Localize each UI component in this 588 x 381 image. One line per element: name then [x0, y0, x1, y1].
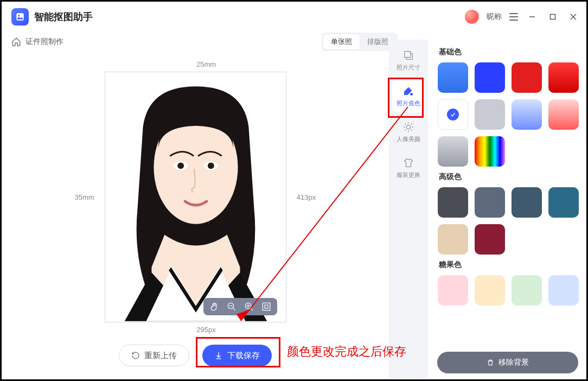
group-senior-title: 高级色	[439, 172, 580, 182]
app-title: 智能抠图助手	[34, 10, 93, 23]
tool-beauty-label: 人像美颜	[397, 135, 420, 143]
svg-line-13	[233, 308, 235, 310]
avatar[interactable]	[465, 10, 479, 24]
swatch-basic-0[interactable]	[438, 62, 468, 93]
svg-point-1	[18, 15, 20, 16]
swatch-senior-3[interactable]	[548, 187, 579, 218]
swatch-senior-2[interactable]	[512, 187, 542, 218]
swatch-senior-5[interactable]	[475, 224, 505, 255]
hand-tool-icon[interactable]	[209, 301, 220, 312]
color-panel: 基础色 高级色 糖果色	[428, 42, 586, 379]
swatch-candy-0[interactable]	[438, 275, 468, 306]
swatch-candy-3[interactable]	[548, 275, 579, 306]
swatch-basic-5[interactable]	[475, 99, 505, 130]
svg-rect-21	[405, 51, 411, 57]
svg-point-11	[207, 162, 214, 169]
swatch-senior-1[interactable]	[475, 187, 505, 218]
dimension-height-px: 413px	[293, 193, 320, 201]
remove-bg-button[interactable]: 移除背景	[437, 352, 578, 373]
svg-point-23	[406, 125, 410, 129]
swatch-basic-7[interactable]	[548, 99, 579, 130]
swatch-basic-1[interactable]	[475, 62, 505, 93]
tool-dress-label: 服装更换	[397, 171, 420, 179]
swatch-basic-8[interactable]	[438, 136, 468, 167]
dimension-width-mm: 25mm	[48, 60, 364, 68]
download-label: 下载保存	[227, 351, 260, 361]
annotation-text: 颜色更改完成之后保存	[287, 344, 406, 360]
tool-bg-label: 照片底色	[397, 99, 420, 107]
tool-photo-size[interactable]: 照片尺寸	[392, 44, 425, 77]
tool-size-label: 照片尺寸	[397, 63, 420, 72]
hamburger-icon[interactable]	[509, 13, 518, 21]
swatch-basic-9[interactable]	[475, 136, 505, 167]
portrait-preview[interactable]	[105, 72, 286, 322]
app-logo	[11, 8, 29, 26]
svg-point-10	[177, 162, 184, 169]
swatch-senior-4[interactable]	[438, 224, 468, 255]
home-icon[interactable]	[11, 37, 21, 47]
minimize-button[interactable]	[526, 10, 539, 23]
tool-beauty[interactable]: 人像美颜	[392, 116, 425, 148]
fit-icon[interactable]	[261, 301, 272, 312]
group-candy-title: 糖果色	[439, 260, 580, 270]
close-button[interactable]	[567, 10, 580, 23]
reupload-button[interactable]: 重新上传	[119, 345, 189, 366]
swatch-senior-0[interactable]	[438, 187, 468, 218]
maximize-button[interactable]	[546, 10, 559, 23]
svg-rect-3	[551, 15, 555, 20]
swatch-candy-2[interactable]	[512, 275, 542, 306]
group-basic-title: 基础色	[439, 47, 580, 57]
dimension-width-px: 295px	[48, 326, 364, 334]
remove-bg-label: 移除背景	[498, 358, 529, 367]
svg-rect-20	[265, 305, 268, 308]
swatch-basic-3[interactable]	[548, 62, 579, 93]
svg-rect-0	[16, 13, 24, 21]
dimension-height-mm: 35mm	[71, 193, 98, 201]
swatch-basic-2[interactable]	[512, 62, 542, 93]
swatch-basic-4[interactable]	[438, 99, 468, 130]
download-button[interactable]: 下载保存	[202, 345, 272, 366]
zoom-out-icon[interactable]	[226, 301, 237, 312]
tool-photo-bg[interactable]: 照片底色	[392, 80, 425, 112]
nickname-label[interactable]: 昵称	[487, 12, 502, 22]
swatch-basic-6[interactable]	[512, 99, 542, 130]
tab-single[interactable]: 单张照	[323, 34, 360, 49]
svg-rect-19	[263, 303, 270, 310]
breadcrumb[interactable]: 证件照制作	[25, 37, 63, 47]
svg-point-22	[411, 93, 413, 95]
swatch-candy-1[interactable]	[475, 275, 505, 306]
svg-line-16	[250, 308, 253, 310]
tool-dress[interactable]: 服装更换	[392, 151, 425, 184]
zoom-in-icon[interactable]	[244, 301, 254, 312]
reupload-label: 重新上传	[144, 351, 177, 361]
photo-frame	[105, 72, 286, 322]
